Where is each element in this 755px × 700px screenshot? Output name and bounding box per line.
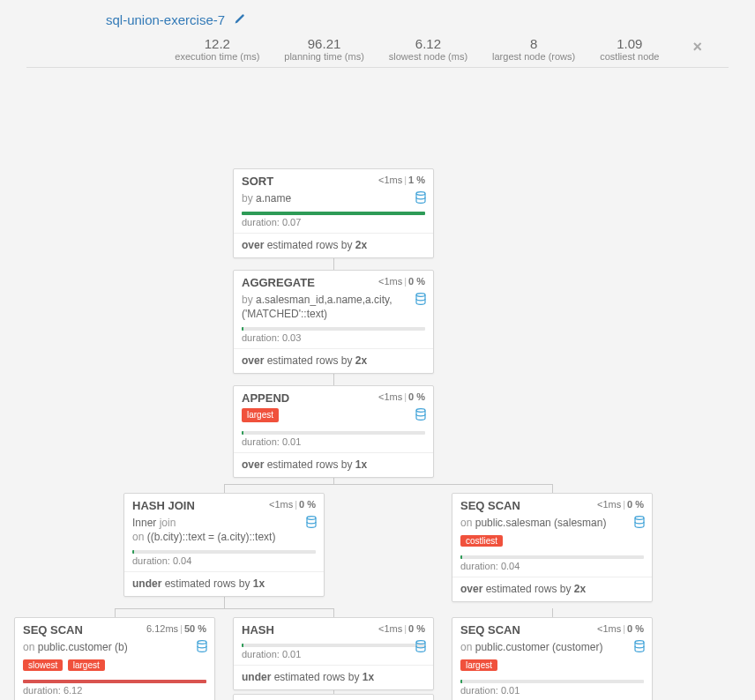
stat-value: 8 [492,36,575,51]
connector [552,484,553,493]
stat-value: 96.21 [284,36,363,51]
node-hash[interactable]: HASH <1ms|0 % duration: 0.01 under estim… [233,617,434,690]
node-header: AGGREGATE <1ms|0 % [234,271,433,291]
svg-point-4 [635,517,644,520]
stat-costliest-node: 1.09 costliest node [600,36,659,62]
stat-label: costliest node [600,51,659,62]
close-icon[interactable]: × [692,38,702,56]
stat-value: 6.12 [389,36,467,51]
stats-bar: 12.2 execution time (ms) 96.21 planning … [26,36,729,68]
node-duration: duration: 0.07 [234,215,433,234]
node-title: HASH [242,623,274,637]
node-title: APPEND [242,391,289,405]
svg-point-7 [635,641,644,644]
svg-point-3 [307,517,316,520]
node-title: HASH JOIN [132,499,195,512]
database-icon[interactable] [415,408,426,425]
node-estimate: over estimated rows by 1x [234,453,433,477]
stat-value: 1.09 [600,36,659,51]
badge-costliest: costliest [460,535,503,547]
node-timing: <1ms|0 % [378,391,425,405]
node-estimate: over estimated rows by 2x [452,577,652,601]
node-title: SEQ SCAN [460,623,520,637]
node-seq-scan-customer-b[interactable]: SEQ SCAN 6.12ms|50 % on public.customer … [14,617,215,700]
database-icon[interactable] [415,191,426,208]
connector [224,484,225,493]
node-estimate: under estimated rows by 1x [234,666,433,689]
node-duration: duration: 0.04 [124,554,324,572]
node-timing: <1ms|0 % [378,623,425,637]
node-duration: duration: 0.01 [452,683,652,700]
node-badges: costliest [452,533,652,553]
pencil-icon[interactable] [234,12,245,27]
database-icon[interactable] [634,640,645,657]
node-timing: <1ms|1 % [378,175,425,188]
node-badges: largest [234,406,433,428]
node-detail: on public.customer (customer) [452,638,652,658]
node-badges: slowest largest [15,658,214,677]
node-title: SEQ SCAN [460,499,520,512]
node-duration: duration: 0.03 [234,331,433,349]
node-seq-scan-salesman[interactable]: SEQ SCAN <1ms|0 % on public.salesman (sa… [452,493,653,602]
node-header: SEQ SCAN 6.12ms|50 % [15,618,214,638]
database-icon[interactable] [415,293,426,309]
database-icon[interactable] [197,640,207,657]
node-estimate: over estimated rows by 2x [234,234,433,257]
node-timing: <1ms|0 % [597,623,644,637]
node-detail [234,638,433,652]
stat-planning-time: 96.21 planning time (ms) [284,36,363,62]
badge-largest: largest [68,659,105,671]
stat-label: planning time (ms) [284,51,363,62]
node-timing: <1ms|0 % [597,499,644,512]
node-estimate: under estimated rows by 1x [124,572,324,596]
connector [552,608,553,617]
node-timing: 6.12ms|50 % [146,623,206,637]
page-title-row: sql-union-exercise-7 [0,9,755,36]
node-detail: by a.salesman_id,a.name,a.city,('MATCHED… [234,291,433,324]
node-seq-scan-salesman-a[interactable]: SEQ SCAN 5.69ms|47 % on public.salesman … [233,694,434,700]
node-aggregate[interactable]: AGGREGATE <1ms|0 % by a.salesman_id,a.na… [233,270,434,374]
stat-execution-time: 12.2 execution time (ms) [175,36,259,62]
connector [224,484,552,485]
svg-point-5 [198,641,206,644]
node-detail: on public.customer (b) [15,638,214,658]
page-title: sql-union-exercise-7 [106,12,225,27]
stat-largest-node: 8 largest node (rows) [492,36,575,62]
node-append[interactable]: APPEND <1ms|0 % largest duration: 0.01 o… [233,385,434,478]
stat-slowest-node: 6.12 slowest node (ms) [389,36,467,62]
database-icon[interactable] [415,640,426,657]
node-header: SORT <1ms|1 % [234,169,433,190]
svg-point-2 [416,409,425,413]
node-timing: <1ms|0 % [378,276,425,289]
svg-point-0 [416,192,425,196]
node-timing: <1ms|0 % [269,499,316,512]
node-title: SORT [242,175,273,188]
stat-label: execution time (ms) [175,51,259,62]
node-duration: duration: 0.04 [452,559,652,577]
node-hash-join[interactable]: HASH JOIN <1ms|0 % Inner join on ((b.cit… [123,493,325,597]
database-icon[interactable] [306,516,317,532]
node-detail: on public.salesman (salesman) [452,514,652,533]
node-sort[interactable]: SORT <1ms|1 % by a.name duration: 0.07 o… [233,168,434,258]
connector [115,608,333,609]
node-header: HASH JOIN <1ms|0 % [124,494,324,514]
stat-label: largest node (rows) [492,51,575,62]
node-header: SEQ SCAN 5.69ms|47 % [234,695,433,700]
stat-value: 12.2 [175,36,259,51]
database-icon[interactable] [634,516,645,532]
node-header: SEQ SCAN <1ms|0 % [452,618,652,638]
node-title: AGGREGATE [242,276,315,289]
stat-label: slowest node (ms) [389,51,467,62]
badge-largest: largest [242,408,279,422]
connector [333,608,334,617]
connector [115,608,116,617]
node-badges: largest [452,658,652,677]
node-header: HASH <1ms|0 % [234,618,433,638]
badge-largest: largest [460,659,497,671]
node-seq-scan-customer[interactable]: SEQ SCAN <1ms|0 % on public.customer (cu… [452,617,653,700]
node-detail: by a.name [234,190,433,209]
svg-point-1 [416,294,425,297]
plan-tree: SORT <1ms|1 % by a.name duration: 0.07 o… [0,82,755,699]
node-estimate: over estimated rows by 2x [234,349,433,373]
node-duration: duration: 6.12 [15,683,214,700]
